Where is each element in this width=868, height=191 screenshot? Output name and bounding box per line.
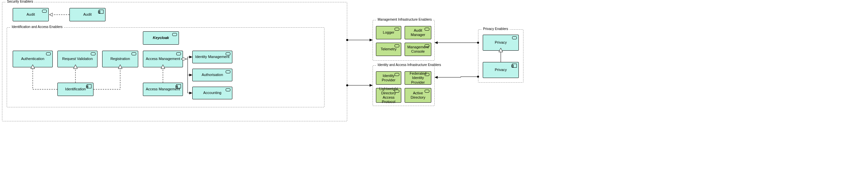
node-label: Privacy	[495, 68, 507, 72]
capsule-icon	[512, 36, 517, 39]
capsule-icon	[131, 52, 136, 55]
group-label-mgmt: Management Infrastructure Enablers	[376, 18, 433, 21]
group-label-security: Security Enablers	[6, 0, 34, 3]
node-label: Logger	[383, 30, 394, 35]
capsule-icon	[46, 52, 51, 55]
node-audit-2[interactable]: Audit	[69, 8, 105, 21]
node-label: Access Management	[146, 87, 180, 91]
capsule-icon	[176, 52, 181, 55]
capsule-icon	[395, 90, 399, 93]
node-active-directory[interactable]: Active Directory	[405, 88, 431, 103]
capsule-icon	[91, 52, 95, 55]
component-icon	[512, 64, 517, 68]
component-icon	[99, 10, 103, 14]
node-accounting[interactable]: Accounting	[192, 87, 232, 99]
capsule-icon	[172, 33, 177, 36]
node-authorisation[interactable]: Authorisation	[192, 69, 232, 81]
node-request-validation[interactable]: Request Validation	[57, 51, 97, 67]
node-authentication[interactable]: Authentication	[13, 51, 53, 67]
capsule-icon	[425, 90, 429, 93]
node-label: Access Management	[146, 57, 180, 61]
node-label: Registration	[111, 57, 130, 61]
node-label: Authentication	[21, 57, 44, 61]
node-identity-provider[interactable]: Identity Provider	[376, 71, 401, 85]
component-icon	[176, 84, 181, 88]
node-label: Authorisation	[202, 73, 223, 77]
node-federated-idp[interactable]: Federated Identity Provider	[405, 71, 431, 85]
node-audit-1[interactable]: Audit	[13, 8, 49, 21]
component-icon	[87, 84, 91, 88]
node-label: Audit	[83, 12, 91, 17]
capsule-icon	[42, 10, 47, 13]
node-label: Identity Management	[195, 55, 230, 59]
node-keycloak[interactable]: Keycloak	[143, 31, 179, 45]
capsule-icon	[226, 88, 230, 91]
node-mgmt-console[interactable]: Management Console	[405, 43, 431, 56]
capsule-icon	[395, 44, 399, 47]
capsule-icon	[425, 28, 429, 31]
group-label-idinfra: Identity and Access Infrastructure Enabl…	[376, 63, 442, 67]
capsule-icon	[395, 73, 399, 76]
capsule-icon	[226, 52, 230, 55]
node-registration[interactable]: Registration	[102, 51, 138, 67]
node-privacy-2[interactable]: Privacy	[483, 62, 519, 78]
capsule-icon	[226, 70, 230, 73]
node-label: Keycloak	[153, 36, 169, 40]
node-label: Identification	[65, 87, 86, 91]
node-access-mgmt-2[interactable]: Access Management	[143, 83, 183, 96]
node-telemetry[interactable]: Telemetry	[376, 43, 401, 56]
node-label: Privacy	[495, 40, 507, 45]
node-identification[interactable]: Identification	[57, 83, 93, 96]
node-label: Accounting	[203, 91, 221, 95]
node-label: Audit	[26, 12, 35, 17]
node-label: Telemetry	[380, 47, 397, 51]
capsule-icon	[425, 44, 429, 47]
group-label-privacy: Privacy Enablers	[482, 27, 509, 31]
node-ldap[interactable]: Lightweight Directory Access Protocol	[376, 88, 401, 103]
node-logger[interactable]: Logger	[376, 26, 401, 39]
group-label-idaccess: Identification and Access Enablers	[10, 25, 64, 29]
node-access-mgmt-1[interactable]: Access Management	[143, 51, 183, 67]
node-label: Lightweight Directory Access Protocol	[378, 87, 400, 104]
node-privacy-1[interactable]: Privacy	[483, 35, 519, 51]
capsule-icon	[425, 73, 429, 76]
node-identity-mgmt[interactable]: Identity Management	[192, 51, 232, 63]
capsule-icon	[395, 28, 399, 31]
diagram-canvas: Security Enablers Identification and Acc…	[0, 0, 868, 191]
node-label: Request Validation	[62, 57, 93, 61]
node-audit-manager[interactable]: Audit Manager	[405, 26, 431, 39]
